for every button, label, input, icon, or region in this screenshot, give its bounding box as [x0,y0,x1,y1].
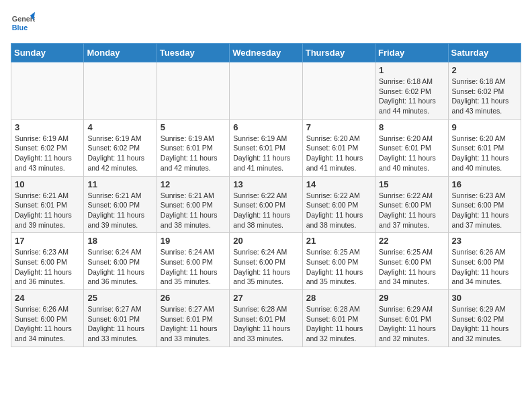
calendar-cell: 21Sunrise: 6:25 AM Sunset: 6:00 PM Dayli… [302,233,375,290]
calendar-cell: 10Sunrise: 6:21 AM Sunset: 6:01 PM Dayli… [11,176,84,233]
calendar-cell [84,62,157,120]
calendar-cell: 6Sunrise: 6:19 AM Sunset: 6:01 PM Daylig… [230,119,302,176]
day-number: 11 [87,179,152,189]
day-number: 13 [233,179,298,189]
weekday-header-monday: Monday [84,44,157,62]
svg-text:Blue: Blue [12,24,28,32]
weekday-header-wednesday: Wednesday [230,44,302,62]
calendar-cell [230,62,302,120]
day-info: Sunrise: 6:27 AM Sunset: 6:01 PM Dayligh… [87,304,152,344]
day-number: 6 [233,122,298,132]
calendar-table: SundayMondayTuesdayWednesdayThursdayFrid… [11,43,521,347]
calendar-week-1: 1Sunrise: 6:18 AM Sunset: 6:02 PM Daylig… [11,62,521,120]
day-number: 22 [379,236,444,246]
calendar-cell: 17Sunrise: 6:23 AM Sunset: 6:00 PM Dayli… [11,233,84,290]
day-number: 23 [452,236,517,246]
day-info: Sunrise: 6:21 AM Sunset: 6:00 PM Dayligh… [161,191,226,230]
calendar-cell: 2Sunrise: 6:18 AM Sunset: 6:02 PM Daylig… [448,62,521,120]
day-number: 15 [379,179,444,189]
calendar-header-row: SundayMondayTuesdayWednesdayThursdayFrid… [11,44,521,62]
calendar-cell: 25Sunrise: 6:27 AM Sunset: 6:01 PM Dayli… [84,290,157,347]
day-number: 1 [379,65,444,75]
calendar-week-4: 17Sunrise: 6:23 AM Sunset: 6:00 PM Dayli… [11,233,521,290]
calendar-cell [302,62,375,120]
calendar-cell: 18Sunrise: 6:24 AM Sunset: 6:00 PM Dayli… [84,233,157,290]
day-info: Sunrise: 6:29 AM Sunset: 6:01 PM Dayligh… [379,304,444,344]
calendar-cell: 14Sunrise: 6:22 AM Sunset: 6:00 PM Dayli… [302,176,375,233]
day-info: Sunrise: 6:26 AM Sunset: 6:00 PM Dayligh… [15,304,80,344]
calendar-cell [11,62,84,120]
calendar-cell: 16Sunrise: 6:23 AM Sunset: 6:00 PM Dayli… [448,176,521,233]
day-number: 14 [306,179,371,189]
day-info: Sunrise: 6:20 AM Sunset: 6:01 PM Dayligh… [379,134,444,173]
day-info: Sunrise: 6:22 AM Sunset: 6:00 PM Dayligh… [379,191,444,230]
calendar-cell: 4Sunrise: 6:19 AM Sunset: 6:02 PM Daylig… [84,119,157,176]
day-info: Sunrise: 6:18 AM Sunset: 6:02 PM Dayligh… [452,77,517,116]
day-number: 5 [161,122,226,132]
day-number: 28 [306,293,371,303]
day-number: 24 [15,293,80,303]
calendar-cell: 20Sunrise: 6:24 AM Sunset: 6:00 PM Dayli… [230,233,302,290]
calendar-cell: 3Sunrise: 6:19 AM Sunset: 6:02 PM Daylig… [11,119,84,176]
day-info: Sunrise: 6:18 AM Sunset: 6:02 PM Dayligh… [379,77,444,116]
calendar-cell: 13Sunrise: 6:22 AM Sunset: 6:00 PM Dayli… [230,176,302,233]
day-info: Sunrise: 6:25 AM Sunset: 6:00 PM Dayligh… [379,247,444,287]
day-number: 12 [161,179,226,189]
calendar-cell: 22Sunrise: 6:25 AM Sunset: 6:00 PM Dayli… [375,233,448,290]
day-info: Sunrise: 6:20 AM Sunset: 6:01 PM Dayligh… [306,134,371,173]
day-number: 4 [87,122,152,132]
calendar-cell: 5Sunrise: 6:19 AM Sunset: 6:01 PM Daylig… [157,119,229,176]
day-info: Sunrise: 6:19 AM Sunset: 6:02 PM Dayligh… [87,134,152,173]
calendar-cell: 9Sunrise: 6:20 AM Sunset: 6:01 PM Daylig… [448,119,521,176]
day-number: 2 [452,65,517,75]
calendar-week-2: 3Sunrise: 6:19 AM Sunset: 6:02 PM Daylig… [11,119,521,176]
day-info: Sunrise: 6:28 AM Sunset: 6:01 PM Dayligh… [306,304,371,344]
day-number: 17 [15,236,80,246]
day-info: Sunrise: 6:23 AM Sunset: 6:00 PM Dayligh… [452,191,517,230]
calendar-cell: 24Sunrise: 6:26 AM Sunset: 6:00 PM Dayli… [11,290,84,347]
day-number: 21 [306,236,371,246]
day-info: Sunrise: 6:24 AM Sunset: 6:00 PM Dayligh… [87,247,152,287]
logo: General Blue [11,11,35,35]
day-number: 29 [379,293,444,303]
calendar-week-5: 24Sunrise: 6:26 AM Sunset: 6:00 PM Dayli… [11,290,521,347]
day-number: 3 [15,122,80,132]
day-info: Sunrise: 6:19 AM Sunset: 6:01 PM Dayligh… [233,134,298,173]
day-number: 25 [87,293,152,303]
weekday-header-saturday: Saturday [448,44,521,62]
day-info: Sunrise: 6:21 AM Sunset: 6:00 PM Dayligh… [87,191,152,230]
day-number: 20 [233,236,298,246]
calendar-cell: 26Sunrise: 6:27 AM Sunset: 6:01 PM Dayli… [157,290,229,347]
day-info: Sunrise: 6:29 AM Sunset: 6:02 PM Dayligh… [452,304,517,344]
day-info: Sunrise: 6:19 AM Sunset: 6:02 PM Dayligh… [15,134,80,173]
day-number: 18 [87,236,152,246]
calendar-cell: 23Sunrise: 6:26 AM Sunset: 6:00 PM Dayli… [448,233,521,290]
day-number: 26 [161,293,226,303]
day-info: Sunrise: 6:19 AM Sunset: 6:01 PM Dayligh… [161,134,226,173]
calendar-cell: 8Sunrise: 6:20 AM Sunset: 6:01 PM Daylig… [375,119,448,176]
calendar-cell: 15Sunrise: 6:22 AM Sunset: 6:00 PM Dayli… [375,176,448,233]
weekday-header-tuesday: Tuesday [157,44,229,62]
calendar-cell: 1Sunrise: 6:18 AM Sunset: 6:02 PM Daylig… [375,62,448,120]
day-number: 9 [452,122,517,132]
day-info: Sunrise: 6:22 AM Sunset: 6:00 PM Dayligh… [233,191,298,230]
day-info: Sunrise: 6:21 AM Sunset: 6:01 PM Dayligh… [15,191,80,230]
calendar-cell: 12Sunrise: 6:21 AM Sunset: 6:00 PM Dayli… [157,176,229,233]
day-info: Sunrise: 6:26 AM Sunset: 6:00 PM Dayligh… [452,247,517,287]
calendar-cell: 28Sunrise: 6:28 AM Sunset: 6:01 PM Dayli… [302,290,375,347]
day-info: Sunrise: 6:22 AM Sunset: 6:00 PM Dayligh… [306,191,371,230]
day-number: 7 [306,122,371,132]
day-info: Sunrise: 6:24 AM Sunset: 6:00 PM Dayligh… [233,247,298,287]
calendar-cell: 27Sunrise: 6:28 AM Sunset: 6:01 PM Dayli… [230,290,302,347]
day-number: 10 [15,179,80,189]
day-number: 8 [379,122,444,132]
day-number: 19 [161,236,226,246]
calendar-cell: 29Sunrise: 6:29 AM Sunset: 6:01 PM Dayli… [375,290,448,347]
page-header: General Blue [11,11,521,35]
calendar-cell [157,62,229,120]
calendar-cell: 11Sunrise: 6:21 AM Sunset: 6:00 PM Dayli… [84,176,157,233]
day-number: 27 [233,293,298,303]
calendar-cell: 30Sunrise: 6:29 AM Sunset: 6:02 PM Dayli… [448,290,521,347]
calendar-cell: 19Sunrise: 6:24 AM Sunset: 6:00 PM Dayli… [157,233,229,290]
day-info: Sunrise: 6:24 AM Sunset: 6:00 PM Dayligh… [161,247,226,287]
